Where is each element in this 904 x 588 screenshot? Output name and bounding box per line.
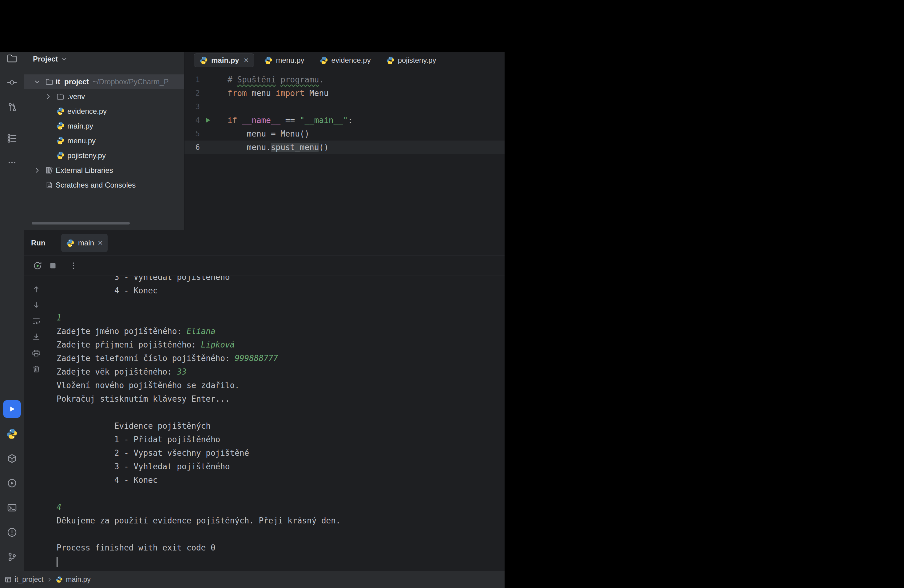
libraries-icon bbox=[45, 166, 54, 174]
chevron-down-icon[interactable] bbox=[33, 78, 41, 85]
code-area[interactable]: 1# Spuštění programu.2from menu import M… bbox=[185, 69, 504, 230]
main-area: Project it_project~/Dropbox/PyCharm_P.ve… bbox=[0, 52, 504, 571]
python-console-icon bbox=[6, 428, 17, 439]
scratches-icon bbox=[45, 181, 54, 189]
project-button[interactable] bbox=[0, 52, 24, 67]
line-number: 6 bbox=[185, 141, 200, 154]
tab-main-py[interactable]: main.py× bbox=[194, 54, 254, 67]
python-file-icon bbox=[56, 122, 65, 130]
editor-tab-bar: main.py×menu.pyevidence.pypojisteny.py bbox=[185, 52, 504, 69]
console-line: 4 - Konec bbox=[57, 473, 501, 487]
console-line: Zadejte věk pojištěného: 33 bbox=[57, 365, 501, 379]
tree-item-label: menu.py bbox=[67, 136, 96, 145]
python-icon bbox=[56, 576, 63, 583]
gutter-slot bbox=[200, 100, 226, 114]
tab-evidence-py[interactable]: evidence.py bbox=[314, 54, 376, 67]
soft-wrap-button[interactable] bbox=[32, 316, 41, 326]
close-icon[interactable]: × bbox=[244, 56, 249, 65]
chevron-right-icon[interactable] bbox=[44, 93, 52, 100]
console-line: Zadejte jméno pojištěného: Eliana bbox=[57, 324, 501, 338]
tab-label: pojisteny.py bbox=[398, 56, 436, 65]
run-tab-label: main bbox=[78, 239, 94, 247]
chevron-right-icon[interactable] bbox=[33, 167, 41, 174]
code-line-1: 1# Spuštění programu. bbox=[185, 73, 504, 87]
run-console[interactable]: 3 - Vyhledat pojištěného 4 - Konec 1Zade… bbox=[57, 276, 501, 571]
more-options-icon bbox=[68, 261, 79, 271]
tree-item-label: .venv bbox=[67, 92, 85, 101]
code-line-6: 6 menu.spust_menu() bbox=[185, 141, 504, 154]
tree-item-label: External Libraries bbox=[56, 166, 113, 175]
up-button[interactable] bbox=[32, 284, 41, 294]
console-line: Pokračuj stisknutím klávesy Enter... bbox=[57, 392, 501, 406]
tree-item-it-project[interactable]: it_project~/Dropbox/PyCharm_P bbox=[24, 74, 184, 89]
console-line: 2 - Vypsat všechny pojištěné bbox=[57, 446, 501, 460]
clear-button[interactable] bbox=[32, 364, 41, 374]
more-icon bbox=[6, 157, 17, 168]
down-button[interactable] bbox=[32, 300, 41, 310]
run-button[interactable] bbox=[0, 400, 24, 418]
console-caret bbox=[57, 557, 57, 567]
tree-item-external-libraries[interactable]: External Libraries bbox=[24, 163, 184, 178]
console-line: 1 - Přidat pojištěného bbox=[57, 433, 501, 446]
tree-item-pojisteny-py[interactable]: pojisteny.py bbox=[24, 148, 184, 163]
console-line: Zadejte příjmení pojištěného: Lipková bbox=[57, 338, 501, 351]
tab-pojisteny-py[interactable]: pojisteny.py bbox=[381, 54, 442, 67]
line-number: 4 bbox=[185, 114, 200, 127]
tab-label: evidence.py bbox=[332, 56, 371, 65]
python-console-button[interactable] bbox=[0, 425, 24, 443]
scroll-to-end-button[interactable] bbox=[32, 332, 41, 342]
breadcrumb-label: main.py bbox=[66, 575, 91, 584]
python-packages-icon bbox=[6, 453, 17, 464]
console-line: 1 bbox=[57, 311, 501, 324]
tree-item-evidence-py[interactable]: evidence.py bbox=[24, 104, 184, 119]
line-number: 1 bbox=[185, 73, 200, 87]
breadcrumb-it-project[interactable]: it_project bbox=[5, 575, 43, 584]
folder-icon bbox=[45, 77, 54, 86]
chevron-down-icon[interactable] bbox=[61, 56, 68, 62]
tab-menu-py[interactable]: menu.py bbox=[259, 54, 310, 67]
pull-requests-icon bbox=[6, 102, 17, 113]
more-button[interactable] bbox=[0, 154, 24, 171]
tree-item-main-py[interactable]: main.py bbox=[24, 119, 184, 133]
run-tab-main[interactable]: main × bbox=[61, 234, 107, 252]
rerun-icon bbox=[32, 261, 43, 271]
tree-item-scratches-and-consoles[interactable]: Scratches and Consoles bbox=[24, 178, 184, 193]
close-icon[interactable]: × bbox=[98, 239, 103, 247]
more-options-button[interactable] bbox=[68, 261, 79, 271]
stop-button[interactable] bbox=[47, 261, 58, 271]
services-button[interactable] bbox=[0, 474, 24, 492]
tree-item-menu-py[interactable]: menu.py bbox=[24, 133, 184, 148]
tree-item-label: main.py bbox=[67, 122, 93, 130]
python-file-icon bbox=[199, 56, 208, 65]
run-line-icon[interactable] bbox=[204, 117, 212, 124]
python-file-icon bbox=[56, 107, 65, 115]
python-file-icon bbox=[66, 239, 74, 247]
structure-button[interactable] bbox=[0, 130, 24, 147]
tree-item-label: evidence.py bbox=[67, 107, 107, 115]
run-toolbar bbox=[24, 256, 504, 276]
rerun-button[interactable] bbox=[32, 261, 43, 271]
print-button[interactable] bbox=[32, 348, 41, 358]
python-packages-button[interactable] bbox=[0, 450, 24, 467]
print-icon bbox=[32, 348, 41, 358]
breadcrumb-main-py[interactable]: main.py bbox=[56, 575, 91, 584]
project-panel-header[interactable]: Project bbox=[24, 52, 184, 66]
line-number: 3 bbox=[185, 100, 200, 114]
horizontal-scrollbar[interactable] bbox=[32, 222, 130, 224]
pull-requests-button[interactable] bbox=[0, 99, 24, 116]
tree-item-label: pojisteny.py bbox=[67, 151, 106, 160]
terminal-button[interactable] bbox=[0, 499, 24, 516]
structure-icon bbox=[6, 133, 17, 144]
tree-item-venv[interactable]: .venv bbox=[24, 89, 184, 104]
commit-button[interactable] bbox=[0, 74, 24, 91]
version-control-icon bbox=[6, 552, 17, 563]
project-tree: it_project~/Dropbox/PyCharm_P.venveviden… bbox=[24, 74, 184, 193]
up-icon bbox=[32, 284, 41, 294]
code-line-5: 5 menu = Menu() bbox=[185, 127, 504, 141]
clear-icon bbox=[32, 364, 41, 374]
gutter-separator bbox=[226, 69, 226, 230]
activity-bar-top bbox=[0, 52, 24, 171]
chevron-right-icon bbox=[46, 577, 52, 583]
problems-button[interactable] bbox=[0, 524, 24, 541]
version-control-button[interactable] bbox=[0, 548, 24, 566]
